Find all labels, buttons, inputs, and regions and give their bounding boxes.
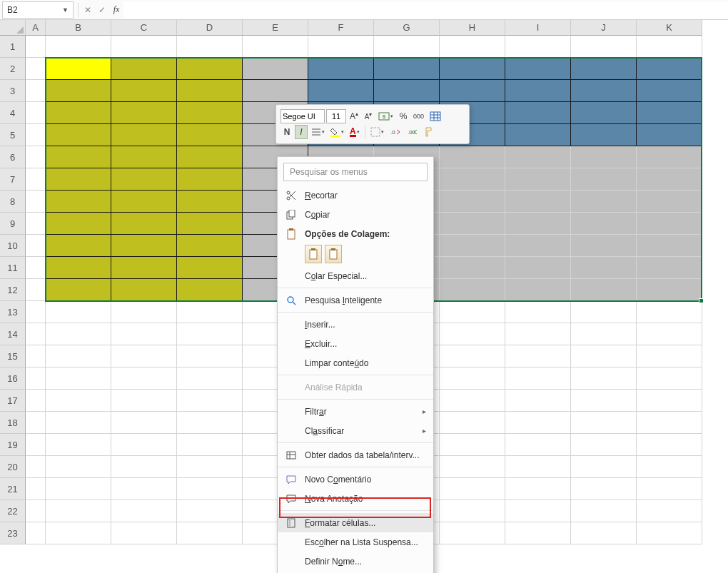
cell-H10[interactable] [440, 235, 505, 257]
cell-H6[interactable] [440, 146, 505, 168]
cell-I22[interactable] [505, 500, 571, 522]
cell-C21[interactable] [111, 478, 177, 500]
font-size-input[interactable] [326, 109, 346, 123]
row-header-11[interactable]: 11 [0, 257, 26, 279]
column-header-I[interactable]: I [505, 20, 571, 36]
cell-C12[interactable] [111, 279, 177, 301]
cell-A15[interactable] [26, 345, 46, 367]
cell-K3[interactable] [637, 80, 702, 102]
menu-search-input[interactable]: Pesquisar os menus [283, 163, 428, 181]
cell-I17[interactable] [505, 390, 571, 412]
cell-H11[interactable] [440, 257, 505, 279]
cell-H7[interactable] [440, 168, 505, 191]
menu-item-clear[interactable]: Limpar conteúdo [278, 353, 433, 372]
cell-A22[interactable] [26, 500, 46, 522]
cell-B14[interactable] [46, 323, 111, 345]
menu-item-paste-options-header[interactable]: Opções de Colagem: [278, 224, 433, 243]
cell-K7[interactable] [637, 168, 702, 191]
row-header-3[interactable]: 3 [0, 80, 26, 102]
cell-H2[interactable] [440, 58, 505, 80]
cell-K23[interactable] [637, 522, 702, 544]
cell-I23[interactable] [505, 522, 571, 544]
column-header-H[interactable]: H [440, 20, 505, 36]
cell-B8[interactable] [46, 191, 111, 213]
cell-C8[interactable] [111, 191, 177, 213]
menu-item-filter[interactable]: Filtrar▸ [278, 402, 433, 421]
cell-K1[interactable] [637, 36, 702, 58]
cell-B22[interactable] [46, 500, 111, 522]
cell-D15[interactable] [177, 345, 243, 367]
row-header-22[interactable]: 22 [0, 500, 26, 522]
cell-J16[interactable] [571, 367, 637, 390]
cell-D17[interactable] [177, 390, 243, 412]
cell-A21[interactable] [26, 478, 46, 500]
cell-F2[interactable] [308, 58, 374, 80]
cell-H9[interactable] [440, 213, 505, 235]
cell-D13[interactable] [177, 301, 243, 323]
cell-A17[interactable] [26, 390, 46, 412]
cell-E1[interactable] [243, 36, 308, 58]
cell-B10[interactable] [46, 235, 111, 257]
cell-C9[interactable] [111, 213, 177, 235]
menu-item-insert[interactable]: Inserir... [278, 315, 433, 334]
cell-A16[interactable] [26, 367, 46, 390]
menu-item-new-note[interactable]: Nova Anotação [278, 489, 433, 508]
row-header-14[interactable]: 14 [0, 323, 26, 345]
cell-H1[interactable] [440, 36, 505, 58]
column-header-D[interactable]: D [177, 20, 243, 36]
cell-B5[interactable] [46, 124, 111, 146]
format-painter-button[interactable] [422, 125, 436, 139]
cell-I1[interactable] [505, 36, 571, 58]
cell-I10[interactable] [505, 235, 571, 257]
cell-J2[interactable] [571, 58, 637, 80]
cancel-formula-button[interactable]: ✕ [81, 2, 95, 18]
paste-option-paste[interactable] [305, 245, 322, 263]
align-button[interactable]: ▾ [309, 125, 327, 139]
cell-I19[interactable] [505, 434, 571, 456]
menu-item-get-table-data[interactable]: Obter dados da tabela/interv... [278, 445, 433, 465]
cell-C3[interactable] [111, 80, 177, 102]
cell-C5[interactable] [111, 124, 177, 146]
column-header-B[interactable]: B [46, 20, 111, 36]
formula-input[interactable] [123, 1, 728, 19]
row-header-17[interactable]: 17 [0, 390, 26, 412]
cell-H17[interactable] [440, 390, 505, 412]
cell-K9[interactable] [637, 213, 702, 235]
cell-C20[interactable] [111, 456, 177, 478]
cell-J22[interactable] [571, 500, 637, 522]
decrease-decimal-button[interactable]: .0 [388, 125, 403, 139]
cell-J23[interactable] [571, 522, 637, 544]
menu-item-smart-lookup[interactable]: Pesquisa Inteligente [278, 290, 433, 310]
cell-D3[interactable] [177, 80, 243, 102]
row-header-5[interactable]: 5 [0, 124, 26, 146]
cell-J8[interactable] [571, 191, 637, 213]
cell-K22[interactable] [637, 500, 702, 522]
cell-D7[interactable] [177, 168, 243, 191]
cell-D11[interactable] [177, 257, 243, 279]
cell-A2[interactable] [26, 58, 46, 80]
cell-C16[interactable] [111, 367, 177, 390]
cell-K17[interactable] [637, 390, 702, 412]
decrease-font-button[interactable]: A▾ [362, 109, 375, 123]
cell-C14[interactable] [111, 323, 177, 345]
column-header-K[interactable]: K [637, 20, 702, 36]
format-as-table-button[interactable] [428, 109, 443, 123]
cell-B13[interactable] [46, 301, 111, 323]
cell-D1[interactable] [177, 36, 243, 58]
cell-I15[interactable] [505, 345, 571, 367]
cell-C17[interactable] [111, 390, 177, 412]
row-header-23[interactable]: 23 [0, 522, 26, 544]
cell-K6[interactable] [637, 146, 702, 168]
cell-C1[interactable] [111, 36, 177, 58]
cell-H20[interactable] [440, 456, 505, 478]
enter-formula-button[interactable]: ✓ [95, 2, 109, 18]
cell-I13[interactable] [505, 301, 571, 323]
cell-J19[interactable] [571, 434, 637, 456]
cell-A1[interactable] [26, 36, 46, 58]
fill-color-button[interactable]: ▾ [328, 125, 346, 139]
cell-K15[interactable] [637, 345, 702, 367]
cell-B12[interactable] [46, 279, 111, 301]
cell-C11[interactable] [111, 257, 177, 279]
row-header-1[interactable]: 1 [0, 36, 26, 58]
cell-B3[interactable] [46, 80, 111, 102]
